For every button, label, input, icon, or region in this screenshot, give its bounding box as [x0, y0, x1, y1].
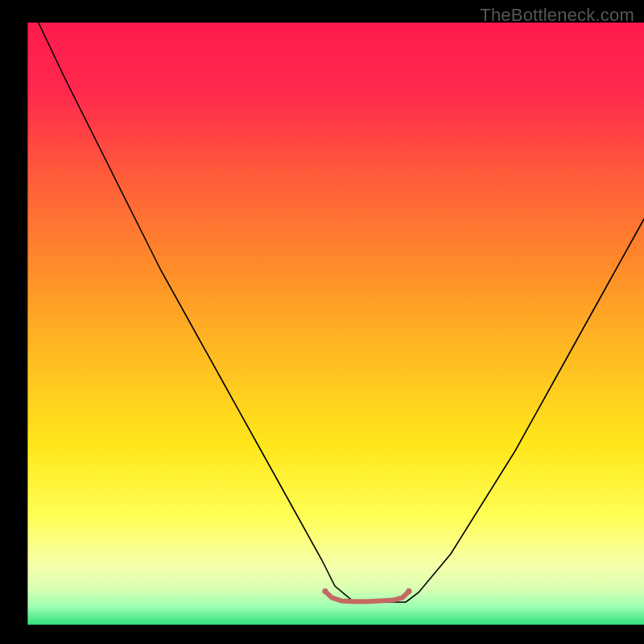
watermark-text: TheBottleneck.com — [480, 5, 634, 26]
optimal-range-end-dot — [406, 588, 411, 594]
plot-background — [27, 23, 644, 625]
bottleneck-chart — [0, 0, 644, 644]
chart-container: TheBottleneck.com — [0, 0, 644, 644]
optimal-range-start-dot — [322, 588, 328, 594]
